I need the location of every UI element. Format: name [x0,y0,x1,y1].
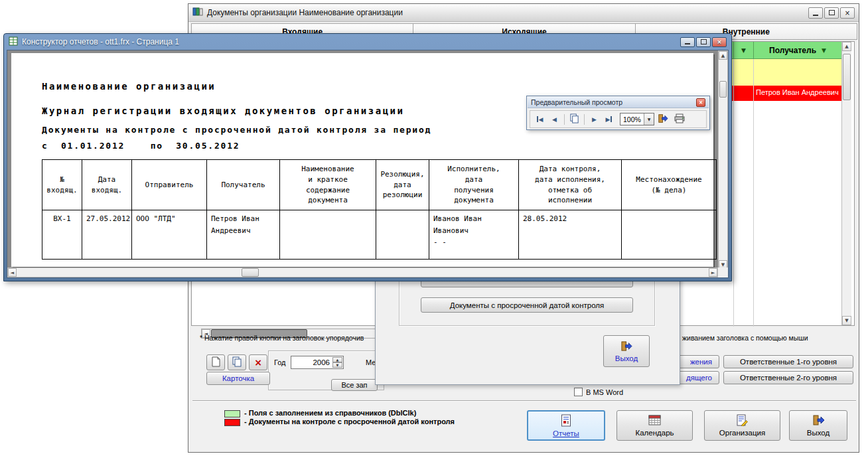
overdue-row-recipient: Петров Иван Андреевич [756,88,839,96]
grid-filter-column-header[interactable]: ▼ [733,42,753,59]
previous-page-icon: ◀ [552,116,557,123]
minimize-icon [813,15,818,16]
report-cell: ООО "ЛТД" [132,210,207,260]
spinner-up-icon[interactable]: ▲ [332,357,342,362]
report-cell [622,210,717,260]
report-col-header: Получатель [207,160,280,210]
organization-button[interactable]: Организация [704,410,780,441]
print-button[interactable] [672,112,687,126]
zoom-combobox[interactable]: 100% ▼ [620,113,654,125]
scroll-up-icon[interactable]: ▲ [842,42,851,51]
dialog-exit-button[interactable]: Выход [603,335,650,367]
scroll-down-icon[interactable]: ▼ [842,316,851,325]
report-col-header: Дата входящ. [82,160,132,210]
reports-button[interactable]: Отчеты [527,410,605,441]
report-cell [376,210,429,260]
card-button-label: Карточка [222,374,254,382]
report-table: № входящ. Дата входящ. Отправитель Получ… [42,159,717,260]
report-col-header: Наименование и краткое содержание докуме… [280,160,376,210]
delete-record-button[interactable]: × [249,354,267,370]
msword-option: В MS Word [574,388,623,396]
filter-dropdown-icon: ▼ [741,47,746,54]
overdue-report-button[interactable]: Документы с просроченной датой контроля [421,297,633,313]
maximize-button[interactable] [824,7,839,19]
calendar-button-label: Календарь [635,429,674,437]
report-journal-title: Журнал регистрации входящих документов о… [42,106,404,116]
pages-icon [569,114,579,125]
all-records-label: Все зап [341,381,367,389]
responsible-level2-button[interactable]: Ответственные 2-го уровня [723,371,853,384]
report-cell: ВХ-1 [42,210,82,260]
spinner-down-icon[interactable]: ▼ [332,362,342,368]
zoom-value: 100% [620,115,644,123]
scroll-right-icon[interactable]: ► [709,268,717,277]
scroll-thumb[interactable] [719,81,727,98]
report-org-name: Наименование организации [42,81,216,92]
preview-close-button[interactable]: × [696,98,705,107]
grid-recipient-column-header[interactable]: Получатель ▼ [753,42,841,59]
report-subtitle: Документы на контроле с просроченной дат… [42,125,431,135]
incoming-button-label: дящего [686,374,712,382]
last-page-arrow-icon: ▶ [606,116,611,123]
first-page-button[interactable]: ◀ [533,112,547,126]
legend-red-swatch [224,419,240,426]
new-document-icon [212,356,220,368]
last-page-button[interactable]: ▶ [602,112,616,126]
maximize-button[interactable] [696,37,711,47]
reports-button-label: Отчеты [553,429,579,437]
location-button-label: жения [690,358,712,366]
minimize-button[interactable] [680,37,695,47]
next-page-icon: ▶ [592,116,597,123]
minimize-button[interactable] [808,7,823,19]
recipient-header-label: Получатель [769,46,816,55]
organization-button-label: Организация [719,429,765,437]
previous-page-button[interactable]: ◀ [547,112,561,126]
close-preview-button[interactable] [655,112,671,126]
report-col-header: Исполнитель, дата получения документа [429,160,519,210]
report-window-titlebar[interactable]: Конструктор отчетов - ott1.frx - Страниц… [4,34,731,50]
report-page: Наименование организации Журнал регистра… [11,53,713,267]
msword-checkbox[interactable] [574,388,583,396]
year-value: 2006 [313,358,330,366]
pages-button[interactable] [567,112,581,126]
zoom-dropdown-icon[interactable]: ▼ [644,114,654,125]
new-record-button[interactable] [206,354,225,370]
scroll-thumb[interactable] [843,54,851,100]
all-records-button[interactable]: Все зап [331,379,378,391]
grid-hint-left: * Нажатие правой кнопки на заголовок упо… [200,334,364,342]
grid-column-line [753,59,754,327]
calendar-button[interactable]: Календарь [616,410,693,441]
grid-vertical-scrollbar[interactable]: ▲ ▼ [841,42,851,325]
year-input[interactable]: 2006 ▲ ▼ [291,356,344,369]
close-button[interactable]: × [712,37,727,47]
scroll-thumb[interactable] [242,268,259,277]
preview-titlebar[interactable]: Предварительный просмотр × [528,97,709,108]
toolbar-separator [564,114,565,125]
card-button[interactable]: Карточка [206,372,270,385]
maximize-icon [829,10,835,15]
responsible-level1-label: Ответственные 1-го уровня [740,358,837,366]
report-col-header: Дата контроля, дата исполнения, отметка … [519,160,622,210]
close-icon: × [717,38,722,45]
first-page-icon [537,116,538,122]
copy-pages-icon [232,356,242,368]
report-table-data-row: ВХ-1 27.05.2012 ООО "ЛТД" Петров Иван Ан… [42,210,717,260]
legend-green-swatch [224,410,240,418]
responsible-level1-button[interactable]: Ответственные 1-го уровня [723,355,853,368]
copy-record-button[interactable] [228,354,246,370]
report-table-header-row: № входящ. Дата входящ. Отправитель Получ… [42,160,717,210]
report-icon [560,414,572,428]
exit-button-label: Выход [807,429,830,437]
report-horizontal-scrollbar[interactable]: ◄ ► [7,267,718,277]
responsible-level2-label: Ответственные 2-го уровня [740,374,837,382]
close-button[interactable]: × [840,7,855,19]
exit-door-icon [620,341,632,353]
scroll-left-icon[interactable]: ◄ [8,268,17,277]
report-vertical-scrollbar[interactable]: ▲ ▼ [718,50,728,269]
report-col-header: Местонахождение (№ дела) [622,160,717,210]
documents-window-titlebar[interactable]: Документы организации Наименование орган… [188,4,859,22]
scroll-up-icon[interactable]: ▲ [719,51,727,60]
next-page-button[interactable]: ▶ [587,112,601,126]
exit-button[interactable]: Выход [789,410,847,441]
msword-label: В MS Word [586,388,623,396]
